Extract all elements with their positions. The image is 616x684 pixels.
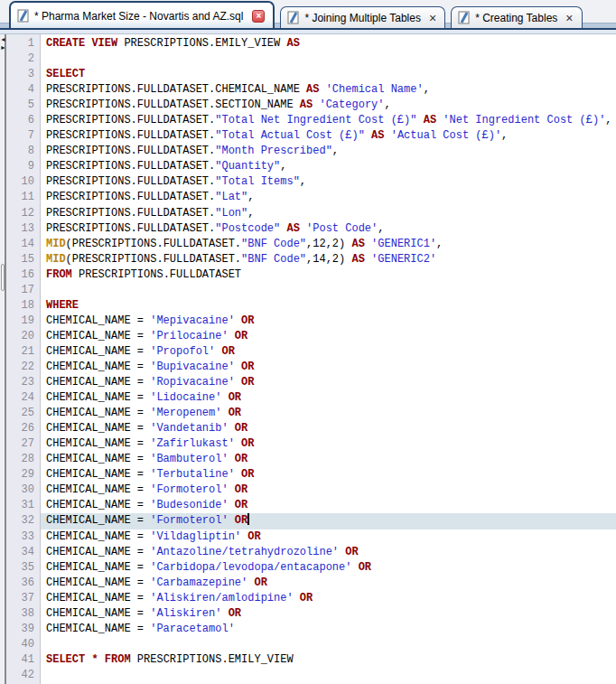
line-number: 12 [6, 206, 40, 221]
line-number: 34 [6, 545, 40, 560]
line-number: 3 [6, 67, 40, 82]
code-area[interactable]: CREATE VIEW PRESCRIPTIONS.EMILY_VIEW ASS… [41, 34, 616, 684]
line-number: 7 [6, 128, 40, 144]
code-line[interactable]: CHEMICAL_NAME = 'Propofol' OR [41, 344, 616, 360]
code-line[interactable]: WHERE [41, 298, 616, 314]
line-number: 33 [6, 529, 40, 545]
line-number: 18 [6, 298, 40, 314]
code-line[interactable]: SELECT [41, 67, 616, 82]
code-line[interactable]: CHEMICAL_NAME = 'Carbamazepine' OR [41, 576, 616, 591]
code-line[interactable]: SELECT * FROM PRESCRIPTIONS.EMILY_VIEW [41, 652, 616, 668]
code-line[interactable]: CHEMICAL_NAME = 'Mepivacaine' OR [41, 314, 616, 329]
code-line[interactable] [41, 637, 616, 652]
code-line[interactable]: FROM PRESCRIPTIONS.FULLDATASET [41, 267, 616, 283]
line-number: 14 [6, 237, 40, 252]
code-line[interactable]: PRESCRIPTIONS.FULLDATASET."Lat", [41, 190, 616, 205]
line-number: 30 [6, 483, 40, 498]
code-line[interactable]: CHEMICAL_NAME = 'Paracetamol' [41, 622, 616, 637]
line-number: 38 [6, 606, 40, 622]
line-number: 27 [6, 436, 40, 452]
code-line[interactable]: CHEMICAL_NAME = 'Budesonide' OR [41, 498, 616, 513]
line-number: 1 [6, 36, 40, 52]
code-line[interactable]: PRESCRIPTIONS.FULLDATASET."Quantity", [41, 159, 616, 174]
line-number: 17 [6, 283, 40, 298]
code-line-current[interactable]: CHEMICAL_NAME = 'Formoterol' OR [41, 513, 616, 529]
line-number: 32 [6, 513, 40, 529]
vertical-splitter[interactable]: ◄ ► [0, 34, 6, 684]
splitter-collapse-right-icon[interactable]: ► [0, 44, 6, 52]
line-number: 4 [6, 82, 40, 98]
line-number: 29 [6, 467, 40, 483]
code-line[interactable]: CHEMICAL_NAME = 'Meropenem' OR [41, 406, 616, 421]
line-number: 11 [6, 190, 40, 205]
code-line[interactable] [41, 52, 616, 67]
line-number: 26 [6, 421, 40, 436]
line-number: 19 [6, 314, 40, 329]
code-line[interactable]: CHEMICAL_NAME = 'Vandetanib' OR [41, 421, 616, 436]
tab-bar: * Pharma Market Size - Novartis and AZ.s… [0, 0, 616, 28]
tab-label: * Pharma Market Size - Novartis and AZ.s… [34, 10, 243, 23]
line-number: 31 [6, 498, 40, 513]
line-number: 37 [6, 591, 40, 606]
code-line[interactable]: PRESCRIPTIONS.FULLDATASET."Month Prescri… [41, 144, 616, 159]
code-line[interactable]: CHEMICAL_NAME = 'Ropivacaine' OR [41, 375, 616, 390]
code-line[interactable]: CHEMICAL_NAME = 'Antazoline/tetrahydrozo… [41, 545, 616, 560]
code-line[interactable]: PRESCRIPTIONS.FULLDATASET."Total Actual … [41, 128, 616, 144]
close-icon[interactable]: × [252, 10, 265, 23]
code-line[interactable]: CHEMICAL_NAME = 'Formoterol' OR [41, 483, 616, 498]
line-number-gutter: 1234567891011121314151617181920212223242… [6, 34, 41, 684]
line-number: 23 [6, 375, 40, 390]
sql-file-icon [287, 11, 300, 24]
line-number: 20 [6, 329, 40, 344]
code-line[interactable]: PRESCRIPTIONS.FULLDATASET.SECTION_NAME A… [41, 98, 616, 113]
text-cursor [247, 513, 249, 525]
code-line[interactable]: CHEMICAL_NAME = 'Aliskiren/amlodipine' O… [41, 591, 616, 606]
code-line[interactable]: CREATE VIEW PRESCRIPTIONS.EMILY_VIEW AS [41, 36, 616, 52]
code-line[interactable]: PRESCRIPTIONS.FULLDATASET.CHEMICAL_NAME … [41, 82, 616, 98]
code-line[interactable]: CHEMICAL_NAME = 'Bambuterol' OR [41, 452, 616, 467]
code-line[interactable]: CHEMICAL_NAME = 'Carbidopa/levodopa/enta… [41, 560, 616, 576]
line-number: 42 [6, 668, 40, 683]
sql-editor-window: * Pharma Market Size - Novartis and AZ.s… [0, 0, 616, 684]
code-line[interactable]: CHEMICAL_NAME = 'Vildagliptin' OR [41, 529, 616, 545]
tab-joining-multiple-tables[interactable]: * Joining Multiple Tables × [280, 6, 445, 28]
line-number: 21 [6, 344, 40, 360]
code-line[interactable]: MID(PRESCRIPTIONS.FULLDATASET."BNF Code"… [41, 237, 616, 252]
line-number: 25 [6, 406, 40, 421]
close-icon[interactable]: × [565, 13, 573, 23]
line-number: 5 [6, 98, 40, 113]
tab-pharma-market-size[interactable]: * Pharma Market Size - Novartis and AZ.s… [9, 1, 275, 28]
code-line[interactable]: CHEMICAL_NAME = 'Terbutaline' OR [41, 467, 616, 483]
code-line[interactable]: CHEMICAL_NAME = 'Zafirlukast' OR [41, 436, 616, 452]
code-line[interactable]: CHEMICAL_NAME = 'Lidocaine' OR [41, 390, 616, 406]
line-number: 39 [6, 622, 40, 637]
code-line[interactable] [41, 283, 616, 298]
code-line[interactable]: CHEMICAL_NAME = 'Prilocaine' OR [41, 329, 616, 344]
code-line[interactable]: CHEMICAL_NAME = 'Aliskiren' OR [41, 606, 616, 622]
editor-pane: ◄ ► 123456789101112131415161718192021222… [0, 34, 616, 684]
code-line[interactable]: PRESCRIPTIONS.FULLDATASET."Total Items", [41, 174, 616, 190]
code-line[interactable]: CHEMICAL_NAME = 'Bupivacaine' OR [41, 360, 616, 375]
close-icon[interactable]: × [429, 13, 436, 23]
tab-label: * Creating Tables [475, 12, 557, 24]
code-line[interactable]: PRESCRIPTIONS.FULLDATASET."Lon", [41, 206, 616, 221]
line-number: 40 [6, 637, 40, 652]
tab-label: * Joining Multiple Tables [304, 12, 421, 24]
sql-file-icon [458, 11, 471, 24]
code-line[interactable]: MID(PRESCRIPTIONS.FULLDATASET."BNF Code"… [41, 252, 616, 267]
tab-creating-tables[interactable]: * Creating Tables × [451, 6, 582, 28]
line-number: 9 [6, 159, 40, 174]
code-line[interactable]: PRESCRIPTIONS.FULLDATASET."Postcode" AS … [41, 221, 616, 237]
line-number: 10 [6, 174, 40, 190]
line-number: 2 [6, 52, 40, 67]
splitter-collapse-left-icon[interactable]: ◄ [0, 36, 6, 43]
code-line[interactable]: PRESCRIPTIONS.FULLDATASET."Total Net Ing… [41, 113, 616, 128]
splitter-handle[interactable] [1, 264, 5, 291]
line-number: 15 [6, 252, 40, 267]
line-number: 16 [6, 267, 40, 283]
code-line[interactable] [41, 668, 616, 683]
line-number: 36 [6, 576, 40, 591]
line-number: 24 [6, 390, 40, 406]
line-number: 22 [6, 360, 40, 375]
line-number: 28 [6, 452, 40, 467]
